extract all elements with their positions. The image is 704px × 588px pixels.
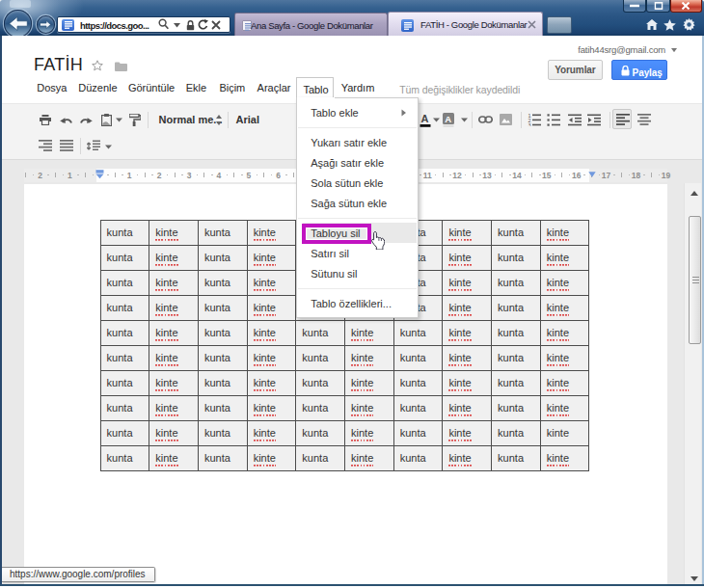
table-cell[interactable]: kinte xyxy=(540,295,589,320)
undo-icon[interactable] xyxy=(60,117,72,124)
table-cell[interactable]: kunta xyxy=(296,445,345,470)
vertical-scrollbar[interactable] xyxy=(684,183,701,584)
table-cell[interactable]: kinte xyxy=(149,345,199,370)
back-button[interactable] xyxy=(4,10,32,38)
tab-title[interactable]: Ana Sayfa - Google Dokümanlar xyxy=(251,19,373,30)
table-cell[interactable]: kinte xyxy=(149,220,199,245)
table-cell[interactable]: kinte xyxy=(149,445,199,470)
paragraph-style-dropdown[interactable]: Normal me... xyxy=(159,114,223,125)
table-cell[interactable]: kinte xyxy=(247,395,296,420)
align-right-icon[interactable] xyxy=(39,140,52,151)
scroll-down-button[interactable] xyxy=(685,569,701,584)
table-cell[interactable]: kinte xyxy=(443,345,492,370)
favorites-star-icon[interactable] xyxy=(663,19,676,31)
line-spacing-icon[interactable] xyxy=(87,140,100,152)
table-cell[interactable]: kunta xyxy=(198,245,247,270)
stop-icon[interactable] xyxy=(211,20,221,34)
table-cell[interactable]: kinte xyxy=(345,445,394,470)
table-cell[interactable]: kinte xyxy=(247,220,296,245)
dropdown-arrow-icon[interactable] xyxy=(461,118,468,122)
tab-title[interactable]: FATİH - Google Dokümanlar xyxy=(420,19,527,30)
left-indent-marker[interactable] xyxy=(95,170,104,179)
table-cell[interactable]: kinte xyxy=(149,245,199,270)
table-cell[interactable]: kunta xyxy=(296,420,345,445)
menu-item-tablo-ekle[interactable]: Tablo ekle xyxy=(298,102,416,122)
table-cell[interactable]: kinte xyxy=(540,270,589,295)
table-cell[interactable]: kinte xyxy=(540,345,589,370)
table-cell[interactable]: kunta xyxy=(198,395,247,420)
menu-item-s-tunu-sil[interactable]: Sütunu sil xyxy=(298,263,416,283)
table-cell[interactable]: kunta xyxy=(296,320,345,345)
font-dropdown[interactable]: Arial xyxy=(236,114,259,125)
table-cell[interactable]: kinte xyxy=(149,295,199,320)
updown-arrow-icon[interactable] xyxy=(216,115,222,125)
table-cell[interactable]: kinte xyxy=(149,270,199,295)
table-cell[interactable]: kinte xyxy=(540,370,589,395)
table-cell[interactable]: kinte xyxy=(540,320,589,345)
table-cell[interactable]: kinte xyxy=(247,320,296,345)
dropdown-arrow-icon[interactable] xyxy=(433,118,440,122)
folder-icon[interactable] xyxy=(115,62,127,71)
table-cell[interactable]: kunta xyxy=(393,395,443,420)
table-cell[interactable]: kinte xyxy=(443,270,492,295)
table-cell[interactable]: kunta xyxy=(100,270,149,295)
table-cell[interactable]: kinte xyxy=(540,395,589,420)
align-center-icon[interactable] xyxy=(637,114,651,125)
menu-item-tablo-zellikleri-[interactable]: Tablo özellikleri... xyxy=(298,293,416,313)
redo-icon[interactable] xyxy=(80,117,93,124)
table-cell[interactable]: kinte xyxy=(443,295,492,320)
menu-ekle[interactable]: Ekle xyxy=(186,82,206,94)
menu-biçim[interactable]: Biçim xyxy=(219,82,245,94)
table-cell[interactable]: kinte xyxy=(443,220,492,245)
browser-tab-active[interactable]: FATİH - Google Dokümanlar xyxy=(388,12,543,36)
insert-link-icon[interactable] xyxy=(478,116,493,123)
table-cell[interactable]: kunta xyxy=(393,420,443,445)
table-cell[interactable]: kinte xyxy=(149,395,199,420)
table-cell[interactable]: kunta xyxy=(393,445,443,470)
menu-item-a-a-sat-r-ekle[interactable]: Aşağı satır ekle xyxy=(298,152,416,173)
star-outline-icon[interactable] xyxy=(92,60,103,71)
table-cell[interactable]: kinte xyxy=(247,345,296,370)
table-cell[interactable]: kunta xyxy=(296,395,345,420)
table-cell[interactable]: kunta xyxy=(198,345,247,370)
new-tab-button[interactable] xyxy=(547,16,572,34)
scrollbar-thumb[interactable] xyxy=(689,216,701,344)
dropdown-arrow-icon[interactable] xyxy=(105,145,112,149)
table-cell[interactable]: kunta xyxy=(100,320,149,345)
browser-tab-inactive[interactable]: Ana Sayfa - Google Dokümanlar xyxy=(234,13,388,36)
window-maximize-button[interactable] xyxy=(646,0,670,13)
table-cell[interactable]: kinte xyxy=(247,295,296,320)
home-icon[interactable] xyxy=(646,19,658,30)
table-cell[interactable]: kunta xyxy=(100,220,149,245)
window-minimize-button[interactable] xyxy=(623,0,646,13)
menu-tablo-open[interactable]: Tablo xyxy=(303,84,328,95)
table-cell[interactable]: kunta xyxy=(100,395,149,420)
table-cell[interactable]: kinte xyxy=(540,220,589,245)
url-text[interactable]: https://docs.goo... xyxy=(80,19,149,33)
table-cell[interactable]: kunta xyxy=(492,220,541,245)
table-cell[interactable]: kunta xyxy=(492,370,541,395)
menu-yardım[interactable]: Yardım xyxy=(341,82,375,94)
print-icon[interactable] xyxy=(40,115,51,125)
table-cell[interactable]: kinte xyxy=(247,270,296,295)
paint-format-icon[interactable] xyxy=(129,114,141,126)
search-dropdown-icon[interactable] xyxy=(174,23,180,37)
table-cell[interactable]: kinte xyxy=(247,245,296,270)
table-cell[interactable]: kunta xyxy=(492,395,541,420)
table-cell[interactable]: kinte xyxy=(540,445,589,470)
table-cell[interactable]: kunta xyxy=(492,245,541,270)
table-cell[interactable]: kinte xyxy=(345,420,394,445)
table-cell[interactable]: kunta xyxy=(492,445,541,470)
outdent-icon[interactable] xyxy=(568,114,582,126)
right-indent-marker[interactable] xyxy=(588,172,596,177)
menu-düzenle[interactable]: Düzenle xyxy=(78,82,117,94)
table-cell[interactable]: kunta xyxy=(198,445,247,470)
tab-close-icon[interactable] xyxy=(528,20,536,29)
text-color-icon[interactable]: A xyxy=(420,113,431,127)
table-cell[interactable]: kunta xyxy=(393,370,443,395)
address-bar[interactable]: https://docs.goo... xyxy=(57,16,230,33)
table-cell[interactable]: kunta xyxy=(198,220,247,245)
menu-görüntüle[interactable]: Görüntüle xyxy=(128,82,175,94)
table-cell[interactable]: kunta xyxy=(393,345,443,370)
table-cell[interactable]: kunta xyxy=(100,345,149,370)
